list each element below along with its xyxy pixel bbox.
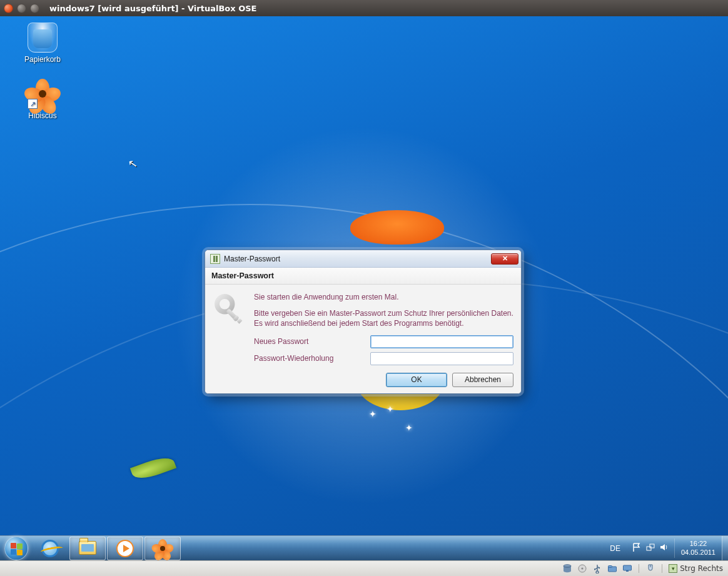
wallpaper-decoration: ✦ — [387, 404, 394, 414]
internet-explorer-icon — [41, 540, 59, 557]
new-password-label: Neues Passwort — [254, 337, 370, 346]
svg-point-9 — [582, 567, 584, 569]
host-close-icon[interactable] — [4, 4, 13, 13]
virtualbox-guest-display: ✦ ✦ ✦ Papierkorb ↗ Hibiscus ↖ Master-Pas… — [0, 16, 728, 560]
network-icon[interactable] — [645, 542, 655, 554]
windows-logo-icon — [4, 537, 28, 560]
host-window-titlebar: windows7 [wird ausgeführt] - VirtualBox … — [0, 0, 728, 16]
cancel-button[interactable]: Abbrechen — [452, 373, 513, 387]
host-minimize-icon[interactable] — [17, 4, 26, 13]
taskbar-item-ie[interactable] — [32, 537, 68, 560]
file-explorer-icon — [79, 541, 96, 555]
vbox-display-icon[interactable] — [622, 563, 632, 573]
dialog-app-icon — [210, 254, 220, 264]
svg-rect-13 — [609, 566, 612, 568]
keyboard-down-arrow-icon: ▾ — [669, 564, 677, 573]
recycle-bin-icon — [28, 23, 58, 53]
cancel-button-label: Abbrechen — [465, 375, 501, 384]
vbox-host-key-label: Strg Rechts — [680, 564, 723, 573]
svg-rect-11 — [594, 568, 595, 570]
system-tray: DE 16:22 04.05.2011 — [606, 536, 728, 560]
master-password-dialog: Master-Passwort ✕ Master-Passwort — [205, 250, 522, 394]
desktop-icon-hibiscus[interactable]: ↗ Hibiscus — [19, 79, 66, 120]
taskbar-item-explorer[interactable] — [69, 537, 106, 560]
vbox-usb-icon[interactable] — [592, 563, 602, 573]
hibiscus-icon — [153, 539, 172, 558]
taskbar-item-media-player[interactable] — [107, 537, 143, 560]
dialog-intro-text: Sie starten die Anwendung zum ersten Mal… — [254, 292, 513, 302]
wallpaper-decoration: ✦ — [405, 423, 413, 433]
hibiscus-icon: ↗ — [28, 79, 58, 109]
repeat-password-label: Passwort-Wiederholung — [254, 354, 370, 363]
vbox-harddisk-icon[interactable] — [562, 563, 572, 573]
clock-date: 04.05.2011 — [681, 548, 715, 557]
dialog-header: Master-Passwort — [205, 268, 521, 285]
windows-desktop[interactable]: ✦ ✦ ✦ Papierkorb ↗ Hibiscus ↖ Master-Pas… — [0, 16, 728, 560]
desktop-icon-label: Hibiscus — [19, 111, 66, 120]
taskbar-item-hibiscus[interactable] — [144, 537, 181, 560]
desktop-icon-recycle-bin[interactable]: Papierkorb — [19, 23, 66, 64]
clock-time: 16:22 — [681, 540, 715, 548]
close-icon: ✕ — [502, 255, 508, 263]
mouse-cursor-icon: ↖ — [127, 156, 139, 171]
ok-button-label: OK — [411, 375, 422, 384]
ok-button[interactable]: OK — [386, 373, 447, 387]
new-password-input[interactable] — [370, 335, 513, 348]
svg-rect-5 — [650, 544, 654, 548]
svg-rect-4 — [647, 547, 651, 550]
media-player-icon — [116, 540, 134, 557]
host-maximize-icon[interactable] — [30, 4, 39, 13]
start-button[interactable] — [1, 536, 31, 561]
svg-rect-15 — [626, 570, 629, 572]
repeat-password-input[interactable] — [370, 352, 513, 365]
vbox-mouse-integration-icon[interactable] — [645, 563, 655, 573]
vbox-optical-icon[interactable] — [577, 563, 587, 573]
desktop-icon-label: Papierkorb — [19, 55, 66, 64]
svg-rect-14 — [624, 565, 632, 570]
dialog-title: Master-Passwort — [224, 255, 280, 263]
host-window-title: windows7 [wird ausgeführt] - VirtualBox … — [49, 4, 256, 13]
dialog-close-button[interactable]: ✕ — [491, 253, 518, 265]
taskbar-clock[interactable]: 16:22 04.05.2011 — [674, 538, 722, 557]
vbox-host-key-indicator[interactable]: ▾ Strg Rechts — [669, 564, 723, 573]
volume-icon[interactable] — [659, 542, 669, 554]
dialog-titlebar[interactable]: Master-Passwort ✕ — [205, 250, 521, 268]
svg-point-0 — [217, 296, 233, 312]
action-center-flag-icon[interactable] — [632, 542, 642, 554]
shortcut-arrow-icon: ↗ — [28, 99, 38, 109]
dialog-info-text: Bitte vergeben Sie ein Master-Passwort z… — [254, 308, 513, 328]
svg-point-10 — [599, 567, 600, 568]
wallpaper-decoration: ✦ — [369, 409, 377, 419]
windows-taskbar: DE 16:22 04.05.2011 — [0, 535, 728, 560]
vbox-shared-folders-icon[interactable] — [607, 563, 617, 573]
language-indicator[interactable]: DE — [606, 542, 624, 555]
key-icon — [213, 292, 249, 387]
virtualbox-status-bar: ▾ Strg Rechts — [0, 560, 728, 576]
show-desktop-button[interactable] — [722, 536, 728, 561]
